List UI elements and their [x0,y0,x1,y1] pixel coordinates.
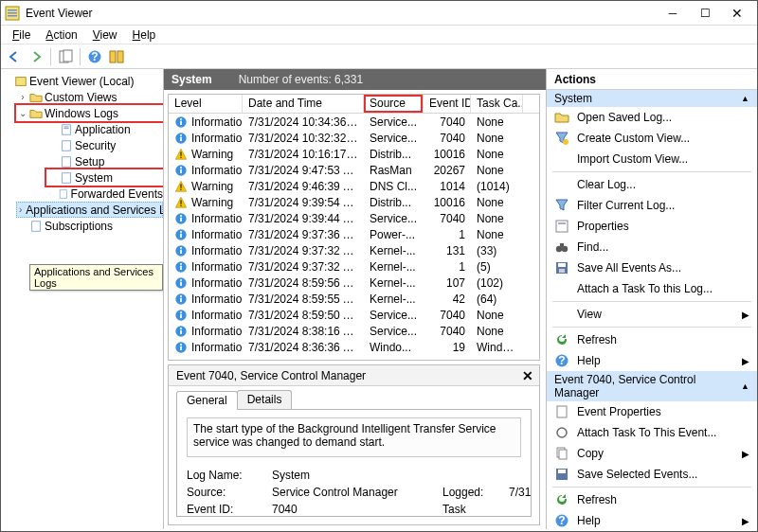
table-row[interactable]: Warning7/31/2024 9:39:54 AMDistrib...100… [169,194,539,210]
table-row[interactable]: Information7/31/2024 8:36:36 AMWindo...1… [169,339,539,355]
action-save-selected[interactable]: Save Selected Events... [547,464,757,485]
menu-help[interactable]: Help [125,28,164,42]
action-attach-task-log[interactable]: Attach a Task To this Log... [547,278,757,299]
tree-security[interactable]: Security [46,137,163,153]
save-icon [554,467,569,482]
properties-button[interactable] [56,47,75,66]
svg-rect-44 [180,249,182,253]
action-refresh-2[interactable]: Refresh [547,489,757,510]
svg-rect-41 [180,233,182,237]
svg-rect-78 [559,450,567,459]
table-row[interactable]: Information7/31/2024 9:37:36 AMPower-...… [169,226,539,242]
action-help[interactable]: ?Help▶ [547,350,757,371]
tree-system[interactable]: System [46,169,163,186]
svg-rect-80 [558,470,566,473]
tree-forwarded-events[interactable]: Forwarded Events [46,186,163,202]
toggle-pane-button[interactable] [107,47,126,66]
action-help-2[interactable]: ?Help▶ [547,510,757,529]
table-row[interactable]: Information7/31/2024 8:38:16 AMService..… [169,323,539,339]
tree-root[interactable]: Event Viewer (Local) [1,73,163,89]
action-copy[interactable]: Copy▶ [547,443,757,464]
action-filter-log[interactable]: Filter Current Log... [547,195,757,216]
back-button[interactable] [5,47,24,66]
svg-rect-18 [32,221,41,231]
action-clear-log[interactable]: Clear Log... [547,174,757,195]
menu-file[interactable]: File [5,28,38,42]
svg-rect-13 [63,128,68,129]
clear-icon [554,177,569,192]
tree-application[interactable]: Application [46,121,163,137]
tree-apps-services-logs[interactable]: ›Applications and Services Logs [16,202,163,218]
col-task-category[interactable]: Task Ca... [471,95,523,113]
toolbar: ? [1,44,757,69]
tree-custom-views[interactable]: ›Custom Views [16,89,163,105]
table-row[interactable]: Information7/31/2024 9:39:44 AMService..… [169,210,539,226]
col-event-id[interactable]: Event ID [424,95,471,113]
action-attach-task-event[interactable]: Attach Task To This Event... [547,422,757,443]
svg-rect-48 [180,263,182,265]
tab-details[interactable]: Details [237,390,293,409]
tree-windows-logs[interactable]: ⌄Windows Logs [16,105,163,121]
col-source[interactable]: Source [364,95,424,113]
tab-general[interactable]: General [176,391,238,410]
copy-icon [554,446,569,461]
svg-rect-3 [8,15,17,17]
col-datetime[interactable]: Date and Time [243,95,364,113]
minimize-button[interactable]: ─ [657,3,689,24]
label-event-id: Event ID: [187,503,272,517]
label-source: Source: [187,486,272,499]
binoculars-icon [554,239,569,255]
svg-rect-32 [180,184,181,187]
svg-rect-20 [180,120,182,124]
action-view[interactable]: View▶ [547,304,757,325]
action-event-properties[interactable]: Event Properties [547,401,757,422]
menu-view[interactable]: View [85,28,125,42]
col-level[interactable]: Level [169,95,243,113]
action-save-all-events[interactable]: Save All Events As... [547,257,757,278]
event-detail-panel: Event 7040, Service Control Manager ✕ Ge… [168,364,540,525]
svg-rect-8 [110,51,116,62]
table-row[interactable]: Information7/31/2024 8:59:55 AMKernel-..… [169,291,539,307]
detail-close-button[interactable]: ✕ [522,368,533,383]
svg-rect-15 [63,156,71,167]
svg-rect-12 [63,126,68,127]
import-icon [554,151,569,167]
titlebar: Event Viewer ─ ☐ ✕ [1,1,757,26]
menu-action[interactable]: Action [38,28,84,42]
action-refresh[interactable]: Refresh [547,329,757,350]
table-row[interactable]: Warning7/31/2024 9:46:39 AMDNS Cl...1014… [169,178,539,194]
event-properties-icon [554,404,569,419]
table-row[interactable]: Warning7/31/2024 10:16:17 AMDistrib...10… [169,146,539,162]
forward-button[interactable] [27,47,45,66]
label-logged: Logged: [442,486,509,499]
table-row[interactable]: Information7/31/2024 10:34:36 AMService.… [169,114,539,130]
table-row[interactable]: Information7/31/2024 8:59:56 AMKernel-..… [169,275,539,291]
tree-pane[interactable]: Event Viewer (Local) ›Custom Views ⌄Wind… [1,69,164,529]
refresh-icon [554,332,569,347]
tree-subscriptions[interactable]: Subscriptions [16,218,163,234]
svg-text:?: ? [558,514,565,527]
table-row[interactable]: Information7/31/2024 10:32:32 AMService.… [169,130,539,146]
actions-section-event[interactable]: Event 7040, Service Control Manager▲ [547,371,757,401]
event-list[interactable]: Level Date and Time Source Event ID Task… [168,94,540,361]
action-open-saved-log[interactable]: Open Saved Log... [547,107,757,128]
value-logged: 7/31/2024 ... [509,486,532,499]
close-window-button[interactable]: ✕ [721,3,753,24]
menubar: File Action View Help [1,26,757,44]
svg-rect-26 [180,151,181,155]
table-row[interactable]: Information7/31/2024 9:37:32 AMKernel-..… [169,242,539,258]
action-import-custom-view[interactable]: Import Custom View... [547,149,757,169]
table-row[interactable]: Information7/31/2024 9:37:32 AMKernel-..… [169,258,539,275]
action-create-custom-view[interactable]: Create Custom View... [547,128,757,149]
action-find[interactable]: Find... [547,237,757,257]
maximize-button[interactable]: ☐ [689,3,721,24]
label-log-name: Log Name: [187,469,272,482]
svg-rect-38 [180,217,182,221]
actions-section-system[interactable]: System▲ [547,90,757,107]
action-properties[interactable]: Properties [547,216,757,237]
tree-setup[interactable]: Setup [46,153,163,169]
help-button[interactable]: ? [85,47,104,66]
table-row[interactable]: Information7/31/2024 9:47:53 AMRasMan202… [169,162,539,178]
event-list-header[interactable]: Level Date and Time Source Event ID Task… [169,95,539,114]
table-row[interactable]: Information7/31/2024 8:59:50 AMService..… [169,307,539,323]
